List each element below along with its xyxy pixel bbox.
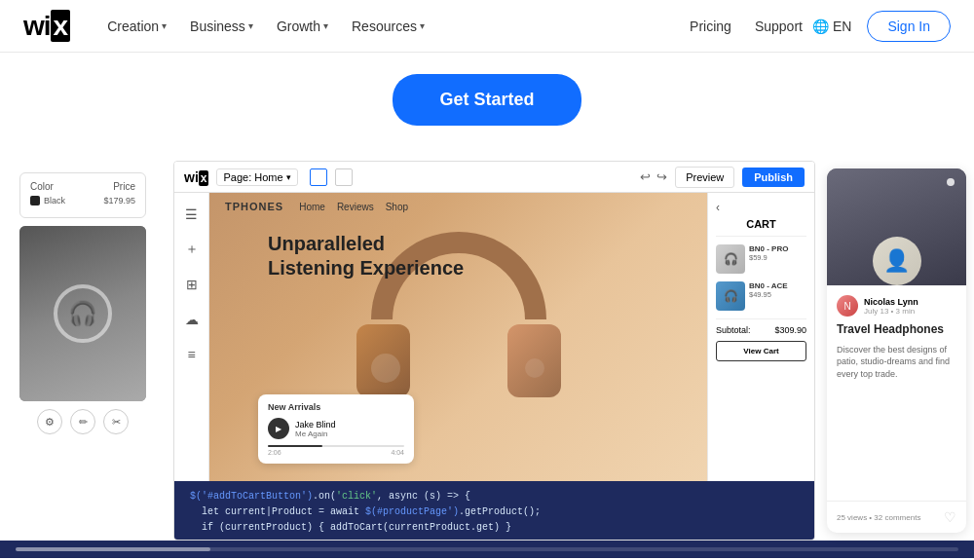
code-line-1: $('#addToCartButton').on('click', async …: [190, 489, 799, 504]
cart-expand-icon[interactable]: ‹: [716, 201, 720, 214]
nav-item-pricing[interactable]: Pricing: [680, 13, 741, 40]
code-line-2: let current|Product = await $(#productPa…: [190, 504, 799, 520]
wix-logo[interactable]: wix: [23, 11, 70, 42]
chevron-down-icon: ▾: [162, 20, 167, 31]
track-info: Jake Blind Me Again: [295, 420, 336, 438]
site-nav-home: Home: [299, 202, 325, 212]
new-arrivals-title: New Arrivals: [268, 402, 404, 412]
cart-chevron: ‹: [716, 201, 806, 214]
like-button[interactable]: ♡: [944, 509, 956, 525]
site-canvas: TPHONES Home Reviews Shop Unparalleled L…: [209, 193, 707, 481]
blog-post-body: N Nicolas Lynn July 13 • 3 min Travel He…: [827, 285, 966, 501]
site-headline: Unparalleled Listening Experience: [209, 220, 707, 280]
cart-item-2: 🎧 BN0 - ACE $49.95: [716, 281, 806, 311]
code-editor-bar: $('#addToCartButton').on('click', async …: [174, 481, 814, 540]
play-button[interactable]: ▶: [268, 418, 289, 439]
scrollbar-track: [16, 547, 958, 551]
site-nav-shop: Shop: [386, 202, 408, 212]
editor-area: wix Page: Home ▾ ↩ ↪ Preview Publish ☰ ＋…: [173, 161, 815, 541]
sidebar-layers-icon[interactable]: ≡: [178, 341, 206, 368]
sidebar-pages-icon[interactable]: ☰: [178, 201, 206, 228]
nav-item-resources[interactable]: Resources ▾: [342, 13, 434, 40]
nav-items: Creation ▾ Business ▾ Growth ▾ Resources…: [97, 13, 812, 40]
mobile-view-icon[interactable]: [310, 168, 327, 186]
nav-item-growth[interactable]: Growth ▾: [267, 13, 338, 40]
desktop-view-icon[interactable]: [335, 168, 353, 186]
author-avatar: N: [837, 295, 858, 317]
sidebar-add-icon[interactable]: ＋: [178, 236, 206, 263]
cart-item-info-2: BN0 - ACE $49.95: [749, 281, 788, 299]
progress-fill: [268, 445, 322, 447]
cart-item-image-1: 🎧: [716, 244, 745, 274]
chevron-down-icon: ▾: [323, 20, 328, 31]
site-nav-links: Home Reviews Shop: [299, 202, 408, 212]
publish-button[interactable]: Publish: [742, 168, 805, 187]
preview-button[interactable]: Preview: [675, 167, 734, 188]
cart-item-1: 🎧 BN0 - PRO $59.9: [716, 244, 806, 274]
new-arrivals-card: New Arrivals ▶ Jake Blind Me Again: [258, 394, 414, 464]
progress-bar: [268, 445, 404, 447]
navbar: wix Creation ▾ Business ▾ Growth ▾ Resou…: [0, 0, 974, 53]
author-info: Nicolas Lynn July 13 • 3 min: [864, 297, 918, 316]
redo-icon[interactable]: ↪: [656, 169, 667, 184]
showcase-section: Color Price Black $179.95 🎧 ⚙ ✏ ✂: [0, 161, 974, 541]
editor-topbar: wix Page: Home ▾ ↩ ↪ Preview Publish: [174, 162, 814, 193]
view-cart-button[interactable]: View Cart: [716, 341, 806, 361]
bottom-scrollbar-bar: [0, 541, 974, 558]
editor-wix-logo: wix: [184, 169, 208, 185]
nav-item-creation[interactable]: Creation ▾: [97, 13, 176, 40]
tool-settings[interactable]: ⚙: [37, 409, 62, 434]
left-preview-image: 🎧: [19, 226, 146, 401]
color-price-panel: Color Price Black $179.95: [19, 172, 146, 218]
scrollbar-thumb[interactable]: [16, 547, 210, 551]
site-brand: TPHONES: [225, 201, 283, 212]
right-panel: 👤 N Nicolas Lynn July 13 • 3 min Travel …: [823, 161, 974, 541]
left-panel: Color Price Black $179.95 🎧 ⚙ ✏ ✂: [0, 161, 166, 541]
card-indicator: [947, 178, 955, 186]
globe-icon: 🌐: [812, 19, 829, 34]
hero-section: Get Started: [0, 53, 974, 161]
nav-item-business[interactable]: Business ▾: [180, 13, 263, 40]
language-selector[interactable]: 🌐 EN: [812, 19, 851, 34]
undo-icon[interactable]: ↩: [640, 169, 651, 184]
cart-title: CART: [716, 218, 806, 237]
tool-edit[interactable]: ✏: [70, 409, 95, 434]
post-stats: 25 views • 32 comments: [837, 513, 920, 522]
editor-icons: ↩ ↪: [640, 169, 667, 184]
editor-content: ☰ ＋ ⊞ ☁ ≡ TPHONES Home Reviews Shop: [174, 193, 814, 481]
tool-crop[interactable]: ✂: [103, 409, 129, 434]
post-footer: 25 views • 32 comments ♡: [827, 501, 966, 533]
cart-subtotal: Subtotal: $309.90: [716, 318, 806, 335]
sidebar-apps-icon[interactable]: ⊞: [178, 271, 206, 298]
nav-right: 🌐 EN Sign In: [812, 11, 951, 42]
page-selector[interactable]: Page: Home ▾: [216, 168, 297, 186]
sidebar-media-icon[interactable]: ☁: [178, 306, 206, 333]
track-time: 2:06 4:04: [268, 449, 404, 456]
get-started-button[interactable]: Get Started: [393, 74, 581, 126]
code-line-3: if (currentProduct) { addToCart(currentP…: [190, 520, 799, 536]
blog-post-image: 👤: [827, 168, 966, 285]
color-swatch: [30, 196, 40, 205]
author-row: N Nicolas Lynn July 13 • 3 min: [837, 295, 956, 317]
cart-item-image-2: 🎧: [716, 281, 745, 311]
site-preview: TPHONES Home Reviews Shop Unparalleled L…: [209, 193, 707, 481]
site-navbar: TPHONES Home Reviews Shop: [209, 193, 707, 220]
blog-post-card: 👤 N Nicolas Lynn July 13 • 3 min Travel …: [827, 168, 966, 533]
sign-in-button[interactable]: Sign In: [867, 11, 951, 42]
post-title: Travel Headphones: [837, 322, 956, 338]
chevron-down-icon: ▾: [420, 20, 425, 31]
nav-item-support[interactable]: Support: [745, 13, 812, 40]
editor-sidebar: ☰ ＋ ⊞ ☁ ≡: [174, 193, 209, 481]
site-nav-reviews: Reviews: [337, 202, 374, 212]
chevron-down-icon: ▾: [286, 172, 291, 182]
cart-panel: ‹ CART 🎧 BN0 - PRO $59.9 🎧 BN0 - ACE $49…: [707, 193, 814, 481]
chevron-down-icon: ▾: [248, 20, 253, 31]
left-tools: ⚙ ✏ ✂: [37, 409, 129, 434]
post-text: Discover the best designs of patio, stud…: [837, 344, 956, 381]
cart-item-info-1: BN0 - PRO $59.9: [749, 244, 788, 262]
music-player: ▶ Jake Blind Me Again: [268, 418, 404, 439]
